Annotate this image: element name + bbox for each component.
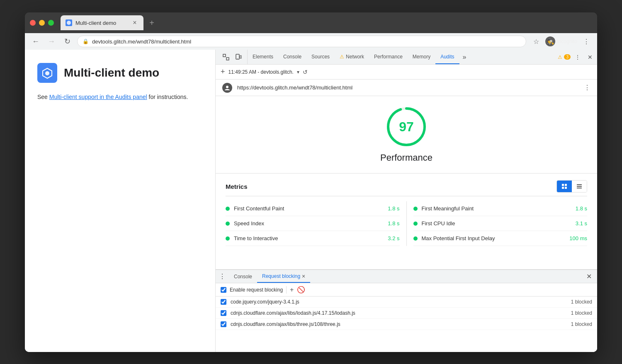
request-blocking-toolbar: Enable request blocking + 🚫 [216, 283, 597, 297]
svg-point-7 [226, 86, 228, 88]
metric-name: Max Potential First Input Delay [422, 235, 566, 241]
drawer-tab-console[interactable]: Console [229, 270, 257, 283]
request-url: code.jquery.com/jquery-3.4.1.js [231, 299, 567, 305]
tab-console[interactable]: Console [278, 50, 306, 64]
browser-window: Multi-client demo × + ← → ↻ 🔒 devtools.g… [25, 12, 597, 352]
request-block-checkbox[interactable] [221, 310, 226, 316]
tab-favicon [66, 19, 72, 26]
maximize-window-button[interactable] [48, 20, 54, 26]
devtools-drawer: ⋮ Console Request blocking × ✕ Enable re… [216, 269, 597, 352]
svg-rect-3 [226, 58, 229, 60]
score-value: 97 [399, 119, 414, 135]
page-content: Multi-client demo See Multi-client suppo… [25, 50, 216, 352]
session-reload-button[interactable]: ↺ [303, 69, 308, 75]
request-block-checkbox[interactable] [221, 321, 226, 327]
metric-status-dot [413, 207, 418, 211]
score-section: 97 Performance [216, 96, 597, 174]
address-bar: ← → ↻ 🔒 devtools.glitch.me/wndt78/multic… [25, 33, 597, 50]
warning-count-badge: 3 [564, 54, 571, 60]
session-name: 11:49:25 AM - devtools.glitch. [228, 69, 294, 75]
metric-row: First CPU Idle 3.1 s [413, 216, 588, 231]
metrics-right-column: First Meaningful Paint 1.8 s First CPU I… [406, 201, 588, 246]
metric-row: Max Potential First Input Delay 100 ms [413, 231, 588, 246]
drawer-menu-button[interactable]: ⋮ [219, 272, 226, 280]
metric-name: Speed Index [234, 220, 384, 227]
devtools-tab-actions: ⚠ 3 ⋮ ✕ [558, 52, 595, 63]
request-block-checkbox[interactable] [221, 299, 226, 305]
page-description: See Multi-client support in the Audits p… [37, 93, 203, 101]
list-item: code.jquery.com/jquery-3.4.1.js 1 blocke… [216, 297, 597, 308]
metrics-left-column: First Contentful Paint 1.8 s Speed Index… [226, 201, 406, 246]
metric-status-dot [226, 222, 230, 226]
metric-value: 3.2 s [388, 235, 399, 241]
back-button[interactable]: ← [30, 36, 41, 47]
tab-elements[interactable]: Elements [248, 50, 278, 64]
metric-row: Speed Index 1.8 s [226, 216, 400, 231]
incognito-badge: 🕵 Incognito [545, 36, 577, 46]
svg-rect-6 [240, 55, 241, 58]
address-actions: ☆ 🕵 Incognito ⋮ [530, 36, 592, 47]
devtools-tab-bar: Elements Console Sources ⚠ Network Perfo… [216, 50, 597, 65]
metric-row: Time to Interactive 3.2 s [226, 231, 400, 246]
devtools-close-button[interactable]: ✕ [585, 52, 595, 63]
tab-network[interactable]: ⚠ Network [335, 50, 369, 64]
tab-performance[interactable]: Performance [369, 50, 408, 64]
description-suffix: for instructions. [147, 94, 188, 100]
device-emulation-button[interactable] [233, 52, 244, 63]
svg-rect-14 [577, 184, 582, 185]
metrics-header: Metrics [226, 180, 587, 196]
forward-button[interactable]: → [46, 36, 57, 47]
add-session-button[interactable]: + [221, 67, 225, 76]
warning-icon: ⚠ [558, 54, 562, 60]
svg-rect-12 [562, 187, 564, 189]
audit-url: https://devtools.glitch.me/wndt78/multic… [237, 84, 579, 91]
more-tabs-button[interactable]: » [459, 53, 470, 61]
more-options-button[interactable]: ⋮ [581, 36, 592, 47]
session-dropdown-button[interactable]: ▾ [297, 69, 299, 75]
drawer-tab-close-button[interactable]: × [302, 273, 305, 280]
svg-point-5 [237, 58, 238, 58]
drawer-tab-request-blocking[interactable]: Request blocking × [257, 270, 310, 283]
add-pattern-button[interactable]: + [290, 286, 294, 294]
inspect-element-button[interactable] [221, 52, 231, 63]
close-window-button[interactable] [30, 20, 36, 26]
metrics-view-toggle [556, 180, 587, 193]
blocked-count: 1 blocked [571, 321, 592, 327]
audit-more-button[interactable]: ⋮ [584, 84, 590, 92]
metric-status-dot [413, 236, 418, 241]
devtools-panel: Elements Console Sources ⚠ Network Perfo… [216, 50, 597, 352]
svg-rect-15 [577, 186, 582, 187]
block-all-button[interactable]: 🚫 [297, 286, 305, 294]
tab-audits[interactable]: Audits [435, 50, 459, 64]
blocked-count: 1 blocked [571, 299, 592, 305]
list-view-button[interactable] [572, 181, 587, 192]
score-label: Performance [380, 152, 432, 163]
request-url: cdnjs.cloudflare.com/ajax/libs/lodash.js… [231, 310, 567, 316]
toolbar-divider [286, 286, 287, 294]
lock-icon: 🔒 [83, 39, 89, 44]
drawer-close-button[interactable]: ✕ [584, 272, 594, 282]
browser-tab[interactable]: Multi-client demo × [61, 15, 143, 30]
traffic-lights [30, 20, 54, 26]
audit-avatar [222, 83, 232, 93]
audits-panel-link[interactable]: Multi-client support in the Audits panel [49, 94, 147, 100]
minimize-window-button[interactable] [39, 20, 45, 26]
tab-sources[interactable]: Sources [306, 50, 335, 64]
bookmark-button[interactable]: ☆ [530, 36, 542, 47]
address-field[interactable]: 🔒 devtools.glitch.me/wndt78/multiclient.… [77, 36, 526, 47]
svg-rect-16 [577, 188, 582, 188]
metrics-title: Metrics [226, 183, 248, 190]
metric-row: First Contentful Paint 1.8 s [226, 201, 400, 216]
devtools-settings-button[interactable]: ⋮ [572, 52, 583, 63]
enable-request-blocking-label: Enable request blocking [230, 287, 283, 293]
tab-memory[interactable]: Memory [408, 50, 435, 64]
new-tab-button[interactable]: + [145, 16, 158, 29]
tab-close-button[interactable]: × [131, 19, 138, 27]
blocked-count: 1 blocked [571, 310, 592, 316]
grid-view-button[interactable] [557, 181, 572, 192]
page-logo-icon [37, 63, 57, 83]
reload-button[interactable]: ↻ [61, 36, 73, 47]
svg-point-0 [67, 21, 71, 25]
svg-point-1 [45, 71, 49, 75]
enable-request-blocking-checkbox[interactable] [221, 287, 226, 293]
